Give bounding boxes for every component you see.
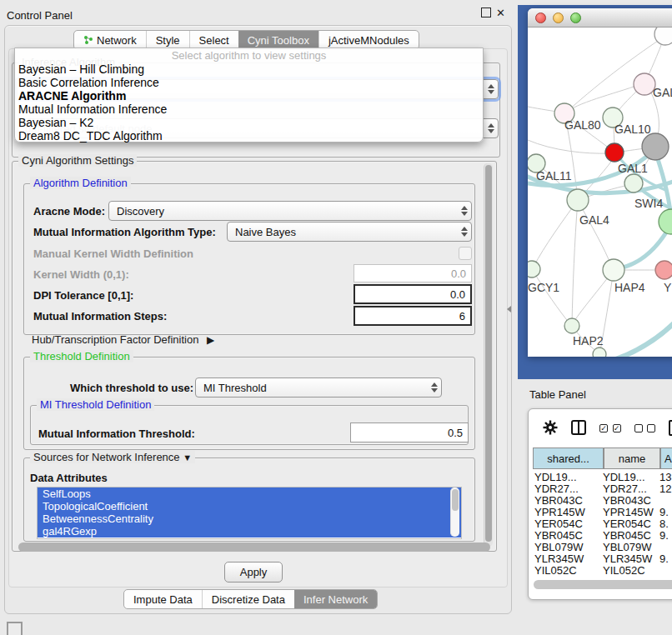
combo-stepper-icon bbox=[458, 206, 471, 216]
list-scrollbar[interactable] bbox=[450, 488, 459, 537]
cell-name: YBR043C bbox=[603, 494, 651, 507]
minimize-window-icon[interactable] bbox=[553, 12, 564, 23]
table-header: shared... name A bbox=[533, 448, 672, 469]
algorithm-option-mutual-information[interactable]: Mutual Information Inference bbox=[15, 102, 483, 116]
data-attributes-list[interactable]: SelfLoops TopologicalCoefficient Between… bbox=[37, 487, 462, 539]
network-node-selected-red[interactable] bbox=[605, 143, 624, 162]
cell-shared-name: YIL052C bbox=[534, 564, 577, 576]
export-table-icon[interactable] bbox=[669, 420, 672, 436]
settings-scrollbar[interactable] bbox=[484, 163, 493, 547]
network-node-gcy1[interactable] bbox=[528, 261, 540, 278]
screenshot-root: Control Panel ✕ Network Style Select Cyn… bbox=[0, 0, 672, 635]
mi-threshold-group-label: MI Threshold Definition bbox=[37, 398, 154, 411]
tab-cyni-toolbox[interactable]: Cyni Toolbox bbox=[238, 31, 318, 49]
float-panel-icon[interactable] bbox=[481, 8, 491, 18]
column-header-label: A bbox=[664, 452, 672, 465]
algorithm-option-basic-correlation[interactable]: Basic Correlation Inference bbox=[15, 76, 483, 89]
close-panel-icon[interactable]: ✕ bbox=[496, 7, 505, 19]
node-label-gal4: GAL4 bbox=[579, 213, 609, 227]
network-node[interactable] bbox=[654, 28, 672, 45]
list-scrollbar-thumb[interactable] bbox=[452, 489, 459, 511]
which-threshold-combobox[interactable]: MI Threshold bbox=[195, 378, 442, 398]
algorithm-option-bayesian-hill-climbing[interactable]: Bayesian – Hill Climbing bbox=[15, 62, 483, 76]
column-header-shared-name[interactable]: shared... bbox=[533, 448, 604, 469]
list-item-topologicalcoefficient[interactable]: TopologicalCoefficient bbox=[38, 500, 461, 512]
list-item-selfloops[interactable]: SelfLoops bbox=[38, 488, 461, 500]
algorithm-dropdown-prompt: Select algorithm to view settings bbox=[15, 48, 483, 62]
network-window-titlebar[interactable] bbox=[528, 8, 672, 28]
minimized-panel-icon[interactable] bbox=[7, 622, 23, 635]
which-threshold-value: MI Threshold bbox=[203, 382, 428, 394]
manual-kernel-width-checkbox[interactable] bbox=[459, 247, 472, 260]
dpi-tolerance-field[interactable]: 0.0 bbox=[354, 284, 472, 304]
cell-name: YBL079W bbox=[603, 541, 652, 553]
expand-arrow-icon: ▶ bbox=[207, 334, 214, 346]
cell-name: YBR045C bbox=[603, 529, 651, 542]
network-graph[interactable] bbox=[528, 28, 672, 357]
node-label-hap2: HAP2 bbox=[573, 334, 604, 348]
aracne-mode-combobox[interactable]: Discovery bbox=[108, 201, 472, 221]
dpi-tolerance-label: DPI Tolerance [0,1]: bbox=[33, 289, 133, 302]
cell-name: YLR345W bbox=[603, 552, 652, 565]
network-node-hap4[interactable] bbox=[603, 259, 624, 281]
settings-scrollbar-thumb[interactable] bbox=[485, 165, 492, 542]
tab-network[interactable]: Network bbox=[74, 31, 146, 49]
tab-jactivemnodules[interactable]: jActiveMNodules bbox=[318, 31, 419, 49]
algorithm-option-bayesian-k2[interactable]: Bayesian – K2 bbox=[15, 116, 483, 129]
settings-hscrollbar[interactable] bbox=[18, 542, 490, 552]
node-label-gal10: GAL10 bbox=[614, 122, 651, 136]
cell-value: 12 bbox=[659, 482, 671, 495]
split-columns-icon[interactable] bbox=[571, 420, 586, 435]
mi-threshold-label: Mutual Information Threshold: bbox=[38, 428, 195, 440]
algorithm-option-aracne[interactable]: ARACNE Algorithm bbox=[15, 89, 483, 102]
algorithm-option-dream8[interactable]: Dream8 DC_TDC Algorithm bbox=[15, 129, 483, 142]
manual-kernel-width-label: Manual Kernel Width Definition bbox=[33, 248, 193, 260]
node-label-gcy1: GCY1 bbox=[528, 281, 559, 294]
unchecked-box-icon bbox=[634, 424, 643, 432]
mi-steps-label: Mutual Information Steps: bbox=[33, 310, 167, 322]
tab-discretize-data[interactable]: Discretize Data bbox=[202, 590, 294, 608]
network-canvas[interactable]: GAL GAL80 GAL10 GAL1 GAL11 SWI4 GAL4 GCY… bbox=[528, 28, 672, 357]
column-header-label: shared... bbox=[547, 452, 589, 465]
collapse-arrow-icon[interactable]: ▼ bbox=[183, 452, 192, 462]
bottom-tabstrip: Impute Data Discretize Data Infer Networ… bbox=[123, 589, 378, 609]
table-body[interactable]: YDL19... YDL19... 13 YDR27... YDR27... 1… bbox=[533, 471, 672, 576]
splitter-collapse-icon[interactable] bbox=[507, 306, 511, 312]
tab-impute-data[interactable]: Impute Data bbox=[124, 590, 202, 608]
close-window-icon[interactable] bbox=[535, 12, 546, 23]
network-node-gal1[interactable] bbox=[642, 133, 669, 160]
kernel-width-field[interactable]: 0.0 bbox=[354, 264, 472, 282]
tab-select[interactable]: Select bbox=[189, 31, 238, 49]
cell-shared-name: YPR145W bbox=[534, 506, 585, 518]
network-node-salmon[interactable] bbox=[655, 261, 672, 279]
cell-value: 9. bbox=[659, 552, 669, 565]
apply-button[interactable]: Apply bbox=[224, 562, 283, 582]
tab-style[interactable]: Style bbox=[146, 31, 189, 49]
network-node-hap2[interactable] bbox=[564, 318, 579, 333]
threshold-definition-label: Threshold Definition bbox=[30, 350, 133, 362]
network-node-swi4[interactable] bbox=[624, 174, 643, 192]
tab-cyni-toolbox-label: Cyni Toolbox bbox=[248, 34, 309, 47]
deselect-all-columns-icon[interactable] bbox=[634, 422, 656, 434]
table-hscrollbar[interactable] bbox=[534, 580, 672, 589]
cyni-algorithm-settings-label: Cyni Algorithm Settings bbox=[18, 154, 137, 167]
mi-algorithm-type-label: Mutual Information Algorithm Type: bbox=[33, 226, 216, 238]
mi-threshold-field[interactable]: 0.5 bbox=[350, 422, 469, 442]
cell-name: YDR27... bbox=[603, 482, 647, 495]
hub-tf-definition-toggle[interactable]: Hub/Transcription Factor Definition ▶ bbox=[32, 333, 214, 346]
column-header-name[interactable]: name bbox=[604, 448, 660, 469]
cell-name: YPR145W bbox=[603, 506, 654, 518]
network-node-gal4[interactable] bbox=[567, 189, 589, 211]
network-node-green[interactable] bbox=[659, 209, 672, 234]
mi-steps-field[interactable]: 6 bbox=[354, 306, 472, 326]
select-all-columns-icon[interactable]: ✓ ✓ bbox=[599, 422, 621, 434]
list-item-gal4rgexp[interactable]: gal4RGexp bbox=[38, 525, 461, 538]
gear-icon[interactable] bbox=[543, 420, 558, 435]
cell-shared-name: YER054C bbox=[534, 518, 583, 530]
network-node[interactable] bbox=[593, 348, 606, 357]
zoom-window-icon[interactable] bbox=[570, 12, 581, 23]
column-header-partial[interactable]: A bbox=[660, 448, 672, 469]
mi-algorithm-type-combobox[interactable]: Naive Bayes bbox=[227, 222, 472, 242]
tab-infer-network[interactable]: Infer Network bbox=[294, 590, 377, 608]
list-item-betweennesscentrality[interactable]: BetweennessCentrality bbox=[38, 512, 461, 525]
